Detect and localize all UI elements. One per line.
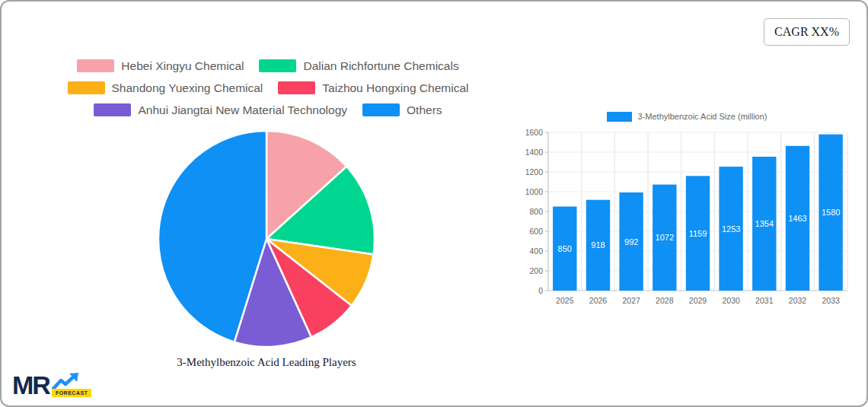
legend-label: Taizhou Hongxing Chemical [322, 81, 468, 95]
legend-swatch-blue [362, 103, 400, 116]
legend-swatch-pink [77, 59, 114, 72]
legend-label: Anhui Jiangtai New Material Technology [138, 103, 347, 117]
bar-value-label: 992 [624, 237, 638, 246]
logo-mr-text: MR [12, 373, 49, 397]
cagr-badge[interactable]: CAGR XX% [764, 18, 850, 46]
y-tick-label: 800 [529, 207, 543, 216]
x-category-label: 2029 [689, 296, 707, 305]
x-category-label: 2028 [656, 296, 674, 305]
pie-legend-row: Hebei Xingyu Chemical Dalian Richfortune… [55, 55, 481, 77]
y-tick-label: 400 [529, 246, 543, 256]
bar-legend-swatch [607, 112, 632, 122]
legend-item-dalian-richfortune-chemicals[interactable]: Dalian Richfortune Chemicals [259, 59, 458, 73]
y-tick-label: 1000 [525, 187, 544, 196]
bar-legend-label: 3-Methylbenzoic Acid Size (million) [638, 112, 767, 121]
x-category-label: 2031 [755, 296, 774, 305]
legend-swatch-green [259, 59, 296, 72]
legend-item-shandong-yuexing-chemical[interactable]: Shandong Yuexing Chemical [68, 81, 263, 95]
brand-logo: MR FORECAST [12, 373, 91, 397]
legend-item-others[interactable]: Others [362, 103, 442, 117]
x-category-label: 2030 [723, 296, 741, 305]
legend-swatch-red [278, 81, 315, 94]
legend-item-hebei-xingyu-chemical[interactable]: Hebei Xingyu Chemical [77, 59, 244, 73]
y-tick-label: 1600 [525, 128, 544, 137]
legend-label: Shandong Yuexing Chemical [112, 81, 263, 95]
x-category-label: 2033 [822, 296, 841, 305]
legend-label: Dalian Richfortune Chemicals [303, 59, 458, 73]
report-canvas: CAGR XX% Hebei Xingyu Chemical Dalian Ri… [0, 0, 868, 407]
bar-value-label: 1354 [755, 219, 774, 228]
y-tick-label: 0 [538, 286, 543, 295]
pie-legend-row: Shandong Yuexing Chemical Taizhou Hongxi… [55, 77, 481, 99]
bar-value-label: 1253 [722, 224, 740, 234]
bar-chart: 0200400600800100012001400160085020259182… [522, 125, 851, 310]
legend-item-anhui-jiangtai-new-material-technology[interactable]: Anhui Jiangtai New Material Technology [94, 103, 347, 117]
bar-value-label: 918 [591, 240, 605, 250]
x-category-label: 2027 [623, 296, 641, 305]
pie-chart [155, 128, 378, 350]
bar-value-label: 1463 [788, 214, 806, 223]
legend-swatch-purple [94, 103, 131, 116]
bar-value-label: 850 [558, 244, 572, 253]
y-tick-label: 1400 [525, 148, 544, 157]
legend-label: Others [407, 103, 442, 117]
bar-value-label: 1072 [656, 233, 674, 242]
legend-item-taizhou-hongxing-chemical[interactable]: Taizhou Hongxing Chemical [278, 81, 468, 95]
pie-legend-row: Anhui Jiangtai New Material Technology O… [55, 99, 481, 121]
x-category-label: 2032 [789, 296, 807, 305]
x-category-label: 2026 [589, 296, 608, 305]
y-tick-label: 200 [529, 266, 543, 275]
bar-chart-panel: 3-Methylbenzoic Acid Size (million) 0200… [522, 110, 851, 310]
logo-forecast-badge: FORECAST [52, 389, 92, 397]
bar-legend-item[interactable]: 3-Methylbenzoic Acid Size (million) [522, 110, 851, 123]
pie-legend: Hebei Xingyu Chemical Dalian Richfortune… [55, 55, 481, 121]
legend-label: Hebei Xingyu Chemical [121, 59, 244, 73]
pie-chart-title: 3-Methylbenzoic Acid Leading Players [137, 356, 396, 369]
bar-value-label: 1159 [689, 229, 707, 238]
x-category-label: 2025 [556, 296, 574, 305]
y-tick-label: 600 [529, 227, 543, 236]
y-tick-label: 1200 [525, 167, 544, 176]
logo-right-block: FORECAST [52, 373, 92, 397]
bar-value-label: 1580 [822, 208, 840, 217]
legend-swatch-orange [68, 81, 105, 94]
